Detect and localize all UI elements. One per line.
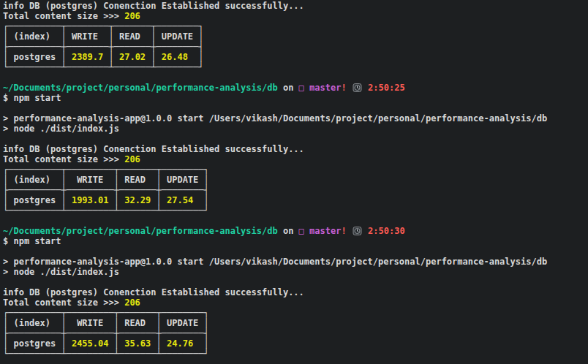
terminal-text: │ postgres │	[3, 195, 72, 205]
terminal-text	[347, 83, 352, 93]
table-border-line: └──────────┴─────────┴───────┴────────┘	[3, 205, 588, 216]
terminal-text: │ (index) │ WRITE │ READ │ UPDATE │	[3, 175, 209, 185]
terminal-text: │	[193, 338, 209, 349]
terminal-text-yellow: 206	[124, 11, 140, 21]
terminal-text-yellow: 27.02	[119, 52, 146, 62]
table-separator-line: ├──────────┼─────────┼───────┼────────┤	[3, 328, 588, 338]
terminal-text: $ npm start	[3, 236, 61, 246]
terminal-text: │ (index) │ WRITE │ READ │ UPDATE │	[3, 31, 204, 42]
terminal-text: │ postgres │	[3, 52, 72, 62]
table-border-line: └──────────┴─────────┴───────┴────────┘	[3, 349, 588, 359]
terminal-text: └──────────┴────────┴───────┴────────┘	[3, 62, 204, 72]
blank-line	[3, 72, 588, 83]
clock-icon	[353, 83, 362, 92]
terminal-text: ├──────────┼─────────┼───────┼────────┤	[3, 185, 209, 195]
log-connection-line: info DB (postgres) Conenction Establishe…	[3, 287, 588, 297]
terminal-text-red: !	[341, 83, 346, 93]
prompt-line: ~/Documents/project/personal/performance…	[3, 226, 588, 236]
terminal-text: on	[278, 226, 299, 236]
terminal-text: │ postgres │	[3, 338, 72, 349]
terminal-text: │	[109, 195, 125, 205]
terminal-text: ├──────────┼─────────┼───────┼────────┤	[3, 328, 209, 338]
terminal-text: ┌──────────┬─────────┬───────┬────────┐	[3, 308, 209, 318]
terminal-text: │	[109, 338, 125, 349]
terminal-text: info DB (postgres) Conenction Establishe…	[3, 144, 304, 154]
terminal-text: │	[151, 195, 167, 205]
terminal-text: ┌──────────┬─────────┬───────┬────────┐	[3, 164, 209, 175]
table-row-line: │ postgres │ 2455.04 │ 35.63 │ 24.76 │	[3, 338, 588, 349]
blank-line	[3, 134, 588, 144]
table-border-line: └──────────┴────────┴───────┴────────┘	[3, 62, 588, 72]
blank-line	[3, 277, 588, 287]
terminal-text	[347, 226, 352, 236]
npm-output-line: > performance-analysis-app@1.0.0 start /…	[3, 257, 588, 267]
command-line: $ npm start	[3, 236, 588, 246]
table-row-line: │ postgres │ 1993.01 │ 32.29 │ 27.54 │	[3, 195, 588, 205]
terminal-text-red: 2:50:25	[368, 83, 405, 93]
terminal-text-yellow: 206	[124, 154, 140, 164]
terminal-text: on	[278, 83, 299, 93]
terminal-text: Total content size >>>	[3, 297, 124, 308]
terminal-text: > performance-analysis-app@1.0.0 start /…	[3, 113, 547, 124]
table-row-line: │ postgres │ 2389.7 │ 27.02 │ 26.48 │	[3, 52, 588, 62]
log-connection-line: info DB (postgres) Conenction Establishe…	[3, 144, 588, 154]
terminal-text: ┌──────────┬────────┬───────┬────────┐	[3, 21, 204, 31]
log-size-line: Total content size >>> 206	[3, 154, 588, 164]
table-header-line: │ (index) │ WRITE │ READ │ UPDATE │	[3, 31, 588, 42]
table-border-line: ┌──────────┬────────┬───────┬────────┐	[3, 21, 588, 31]
terminal-text: └──────────┴─────────┴───────┴────────┘	[3, 205, 209, 216]
table-border-line: ┌──────────┬─────────┬───────┬────────┐	[3, 308, 588, 318]
terminal-text: > node ./dist/index.js	[3, 267, 119, 277]
terminal-text: │	[151, 338, 167, 349]
terminal-text: > performance-analysis-app@1.0.0 start /…	[3, 257, 547, 267]
blank-line	[3, 103, 588, 113]
blank-line	[3, 216, 588, 226]
prompt-line: ~/Documents/project/personal/performance…	[3, 83, 588, 93]
terminal-text-magenta: □ master	[299, 83, 342, 93]
terminal-text: Total content size >>>	[3, 11, 124, 21]
terminal[interactable]: info DB (postgres) Conenction Establishe…	[0, 0, 588, 364]
terminal-text: $ npm start	[3, 93, 61, 103]
terminal-text-yellow: 206	[124, 297, 140, 308]
terminal-text: │	[103, 52, 119, 62]
log-size-line: Total content size >>> 206	[3, 297, 588, 308]
log-connection-line: info DB (postgres) Conenction Establishe…	[3, 1, 588, 11]
terminal-text: Total content size >>>	[3, 154, 124, 164]
terminal-text: info DB (postgres) Conenction Establishe…	[3, 1, 304, 11]
terminal-text-magenta: □ master	[299, 226, 342, 236]
terminal-text-yellow: 24.76	[167, 338, 193, 349]
terminal-text: │	[146, 52, 162, 62]
terminal-text: │	[188, 52, 204, 62]
terminal-text: │	[193, 195, 209, 205]
log-size-line: Total content size >>> 206	[3, 11, 588, 21]
terminal-text-red: !	[341, 226, 346, 236]
terminal-text: │ (index) │ WRITE │ READ │ UPDATE │	[3, 318, 209, 328]
terminal-text	[363, 226, 368, 236]
terminal-text: ├──────────┼────────┼───────┼────────┤	[3, 42, 204, 52]
table-header-line: │ (index) │ WRITE │ READ │ UPDATE │	[3, 175, 588, 185]
terminal-text-yellow: 1993.01	[72, 195, 109, 205]
command-line: $ npm start	[3, 93, 588, 103]
terminal-text: info DB (postgres) Conenction Establishe…	[3, 287, 304, 297]
terminal-text-yellow: 2389.7	[72, 52, 103, 62]
terminal-text-yellow: 27.54	[167, 195, 193, 205]
terminal-text-green: ~/Documents/project/personal/performance…	[3, 226, 278, 236]
npm-output-line: > performance-analysis-app@1.0.0 start /…	[3, 113, 588, 124]
terminal-text: > node ./dist/index.js	[3, 124, 119, 134]
clock-icon	[353, 226, 362, 235]
terminal-text	[363, 83, 368, 93]
terminal-text-yellow: 32.29	[124, 195, 151, 205]
npm-output-line: > node ./dist/index.js	[3, 124, 588, 134]
table-header-line: │ (index) │ WRITE │ READ │ UPDATE │	[3, 318, 588, 328]
terminal-text-green: ~/Documents/project/personal/performance…	[3, 83, 278, 93]
blank-line	[3, 246, 588, 257]
terminal-text-yellow: 2455.04	[72, 338, 109, 349]
table-separator-line: ├──────────┼─────────┼───────┼────────┤	[3, 185, 588, 195]
terminal-text-yellow: 35.63	[124, 338, 151, 349]
npm-output-line: > node ./dist/index.js	[3, 267, 588, 277]
terminal-text-yellow: 26.48	[162, 52, 188, 62]
terminal-text: └──────────┴─────────┴───────┴────────┘	[3, 349, 209, 359]
terminal-text-red: 2:50:30	[368, 226, 405, 236]
table-separator-line: ├──────────┼────────┼───────┼────────┤	[3, 42, 588, 52]
table-border-line: ┌──────────┬─────────┬───────┬────────┐	[3, 164, 588, 175]
